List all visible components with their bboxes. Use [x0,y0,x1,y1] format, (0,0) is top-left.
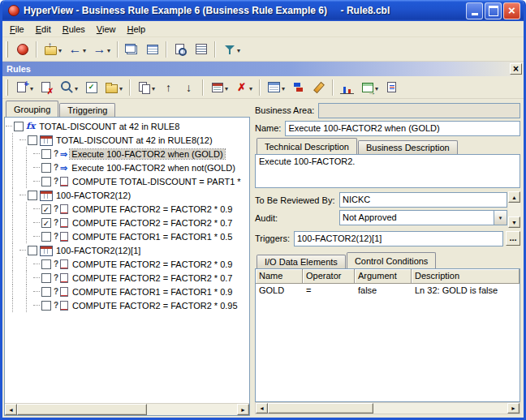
table-row[interactable]: GOLD=falseLn 32: GOLD is false [256,284,520,298]
grid-button[interactable] [265,79,287,96]
tree-item[interactable]: ✓COMPUTE FACTOR2 = FACTOR2 * 0.7 [6,216,248,229]
search-button[interactable] [58,79,80,96]
dropdown-arrow-icon[interactable] [494,210,507,225]
scroll-up-button[interactable] [508,191,520,203]
copy-button[interactable] [135,79,157,96]
menu-help[interactable]: Help [122,23,152,36]
tree-checkbox[interactable] [28,246,37,255]
tree-checkbox[interactable]: ✓ [41,218,51,228]
title-bar[interactable]: HyperView - Business Rule Example 6 (Bus… [2,0,524,21]
tab-control-conditions[interactable]: Control Conditions [347,252,437,268]
dropdown-caret-icon[interactable] [151,83,155,92]
tab-business-description[interactable]: Business Description [358,140,458,154]
dropdown-caret-icon[interactable] [106,45,110,54]
menu-edit[interactable]: Edit [30,23,57,36]
dropdown-caret-icon[interactable] [74,83,78,92]
column-header-operator[interactable]: Operator [303,269,355,284]
tree-checkbox[interactable] [41,301,51,311]
dropdown-caret-icon[interactable] [248,83,252,92]
tree-item[interactable]: Execute 100-FACTOR2 when (GOLD) [6,147,248,161]
forward-arrow-button[interactable] [90,41,113,58]
scrollbar-thumb[interactable] [268,403,373,414]
tree-checkbox[interactable] [28,191,37,200]
name-field[interactable]: Execute 100-FACTOR2 when (GOLD) [285,121,520,136]
triggers-browse-button[interactable]: ... [506,231,520,246]
technical-description-box[interactable]: Execute 100-FACTOR2. [255,154,520,188]
report-button[interactable] [382,79,401,96]
chart-button[interactable] [338,79,356,96]
menu-rules[interactable]: Rules [57,23,91,36]
menu-view[interactable]: View [91,23,122,36]
scrollbar-track[interactable] [508,203,520,216]
delete-button[interactable] [232,79,255,96]
scrollbar-track[interactable] [147,404,237,415]
tree-horizontal-scrollbar[interactable] [5,403,249,415]
back-arrow-button[interactable] [66,41,88,58]
close-panel-button[interactable] [510,63,522,75]
dropdown-caret-icon[interactable] [119,83,123,92]
column-header-description[interactable]: Description [412,269,520,284]
scrollbar-track[interactable] [373,403,507,414]
tree-item[interactable]: COMPUTE FACTOR2 = FACTOR2 * 0.95 [6,298,248,312]
autodetect-button[interactable] [208,79,231,96]
tree-checkbox[interactable] [41,232,51,242]
edit-pencil-button[interactable] [309,79,328,96]
export-button[interactable] [358,79,381,96]
move-down-button[interactable] [179,79,198,96]
business-area-field[interactable] [318,103,520,118]
folder-button[interactable] [102,79,125,96]
delete-rule-button[interactable] [37,79,56,96]
tree-item[interactable]: COMPUTE FACTOR1 = FACTOR1 * 0.9 [6,285,248,298]
tree-checkbox[interactable] [41,177,51,186]
dropdown-caret-icon[interactable] [281,83,285,92]
tree-item[interactable]: COMPUTE FACTOR1 = FACTOR1 * 0.5 [6,229,248,243]
column-header-argument[interactable]: Argument [355,269,412,284]
tree-item[interactable]: TOTAL-DISCOUNT at 42 in RULE8(12) [6,133,248,147]
tree-checkbox[interactable] [41,149,51,159]
validate-checkbox-button[interactable] [82,79,101,96]
up-one-level-button[interactable] [41,41,64,58]
scroll-left-button[interactable] [5,404,17,415]
tree-checkbox[interactable] [41,163,51,173]
tree-item[interactable]: Execute 100-FACTOR2 when not(GOLD) [6,161,248,174]
view-details-button[interactable] [192,41,210,58]
tree-checkbox[interactable] [14,122,24,131]
scroll-left-button[interactable] [256,403,268,414]
new-rule-button[interactable] [13,79,36,96]
tree-item[interactable]: COMPUTE TOTAL-DISCOUNT = PART1 * [6,174,248,188]
move-up-button[interactable] [159,79,178,96]
tree-checkbox[interactable] [28,135,37,145]
tab-triggering[interactable]: Triggering [59,103,115,117]
dropdown-caret-icon[interactable] [29,83,33,92]
dropdown-caret-icon[interactable] [58,45,62,54]
scroll-down-button[interactable] [508,216,520,228]
tree-item[interactable]: ✓COMPUTE FACTOR2 = FACTOR2 * 0.9 [6,202,248,216]
table-horizontal-scrollbar[interactable] [255,402,520,414]
tab-technical-description[interactable]: Technical Description [257,138,357,154]
window-list-button[interactable] [143,41,162,58]
toolbar-gripper[interactable] [6,79,8,96]
tab-grouping[interactable]: Grouping [6,101,58,117]
menu-file[interactable]: File [4,23,30,36]
tab-i-o-data-elements[interactable]: I/O Data Elements [257,255,346,268]
triggers-field[interactable]: 100-FACTOR2(12)[1] [294,231,503,246]
minimize-button[interactable] [466,2,483,19]
dropdown-caret-icon[interactable] [236,45,240,54]
dropdown-caret-icon[interactable] [224,83,228,92]
tree-item[interactable]: TOTAL-DISCOUNT at 42 in RULE8 [6,119,248,133]
tree-checkbox[interactable] [41,273,51,283]
filter-button[interactable] [220,41,243,58]
tree-item[interactable]: 100-FACTOR2(12) [6,188,248,202]
attributes-scrollbar[interactable] [508,191,520,228]
close-button[interactable] [503,2,520,19]
dropdown-caret-icon[interactable] [82,45,86,54]
new-window-button[interactable] [123,41,141,58]
tree-item[interactable]: COMPUTE FACTOR2 = FACTOR2 * 0.9 [6,257,248,271]
scroll-right-button[interactable] [237,404,249,415]
to-be-reviewed-by-field[interactable]: NICKC [339,192,507,208]
tree-checkbox[interactable]: ✓ [41,204,51,214]
tree-item[interactable]: COMPUTE FACTOR2 = FACTOR2 * 0.7 [6,271,248,285]
audit-select[interactable]: Not Approved [339,210,507,225]
tree-checkbox[interactable] [41,287,51,297]
tree-checkbox[interactable] [41,259,51,269]
